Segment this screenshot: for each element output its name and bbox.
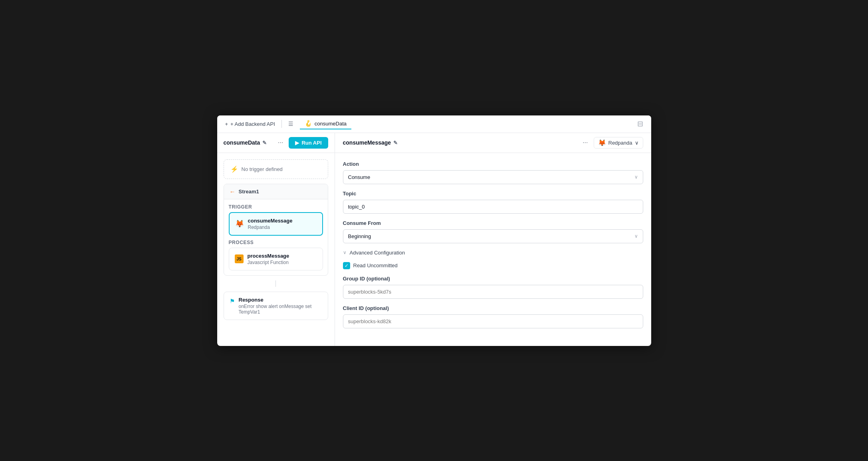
- stream-title: Stream1: [239, 189, 259, 195]
- stream-section: ← Stream1 Trigger 🦊 consumeMessage: [224, 184, 328, 276]
- consume-from-value: Beginning: [348, 233, 371, 239]
- consume-message-node[interactable]: 🦊 consumeMessage Redpanda: [229, 212, 323, 236]
- process-section: Process JS processMessage Javascript Fun…: [229, 240, 323, 270]
- redpanda-icon: 🦊: [235, 219, 244, 228]
- left-panel-body: ⚡ No trigger defined ← Stream1 Trigger: [217, 153, 335, 346]
- window-minimize-button[interactable]: ⊟: [634, 118, 646, 130]
- read-uncommitted-label: Read Uncommitted: [353, 262, 398, 268]
- consume-message-title: consumeMessage: [248, 218, 293, 224]
- client-id-input[interactable]: [343, 314, 643, 328]
- consume-message-node-inner: consumeMessage Redpanda: [248, 218, 293, 230]
- trigger-section-label: Trigger: [229, 204, 323, 210]
- trigger-section: Trigger 🦊 consumeMessage Redpanda: [229, 204, 323, 236]
- consume-from-select[interactable]: Beginning ∨: [343, 229, 643, 243]
- client-id-label: Client ID (optional): [343, 305, 643, 311]
- no-trigger-box: ⚡ No trigger defined: [224, 159, 328, 179]
- stream-body: Trigger 🦊 consumeMessage Redpanda: [224, 199, 328, 275]
- left-panel-dots-menu[interactable]: ···: [276, 138, 285, 147]
- left-panel-edit-icon[interactable]: ✎: [262, 140, 267, 146]
- topic-label: Topic: [343, 191, 643, 197]
- left-panel-header: consumeData ✎ ··· ▶ Run API: [217, 133, 335, 153]
- right-panel-title-group: consumeMessage ✎: [343, 139, 398, 146]
- stream-header: ← Stream1: [224, 184, 328, 199]
- left-panel: consumeData ✎ ··· ▶ Run API ⚡ No trigger…: [217, 133, 335, 346]
- tab-rocket-icon: 🪝: [305, 120, 312, 127]
- action-label: Action: [343, 161, 643, 167]
- response-inner: Response onError show alert onMessage se…: [239, 297, 322, 315]
- run-api-label: Run API: [301, 140, 321, 146]
- js-icon: JS: [235, 254, 244, 263]
- checkbox-check-icon: ✓: [345, 263, 349, 268]
- process-section-label: Process: [229, 240, 323, 245]
- action-value: Consume: [348, 174, 371, 180]
- right-panel-title-text: consumeMessage: [343, 139, 391, 146]
- right-panel-body: Action Consume ∨ Topic Consume From Begi…: [335, 153, 651, 346]
- group-id-label: Group ID (optional): [343, 276, 643, 282]
- add-backend-api-label: + Add Backend API: [230, 121, 275, 127]
- response-subtitle: onError show alert onMessage set TempVar…: [239, 304, 322, 315]
- action-field-group: Action Consume ∨: [343, 161, 643, 184]
- integration-name: Redpanda: [608, 140, 632, 146]
- no-trigger-label: No trigger defined: [242, 166, 283, 172]
- process-message-title: processMessage: [248, 253, 289, 259]
- hamburger-icon: ☰: [288, 121, 293, 127]
- stream-arrow-icon: ←: [230, 188, 236, 195]
- advanced-config-chevron-icon: ∨: [343, 250, 347, 255]
- topic-field-group: Topic: [343, 191, 643, 214]
- advanced-config-toggle[interactable]: ∨ Advanced Configuration: [343, 250, 643, 256]
- group-id-field-group: Group ID (optional): [343, 276, 643, 299]
- left-panel-title-text: consumeData: [224, 139, 260, 146]
- action-select[interactable]: Consume ∨: [343, 170, 643, 184]
- consume-from-chevron-icon: ∨: [634, 233, 638, 239]
- flag-icon: ⚑: [230, 298, 235, 305]
- add-backend-api-button[interactable]: + + Add Backend API: [222, 119, 278, 129]
- advanced-config-label: Advanced Configuration: [350, 250, 405, 256]
- window-ctrl-icon: ⊟: [637, 120, 643, 128]
- consume-message-subtitle: Redpanda: [248, 225, 293, 230]
- hamburger-menu[interactable]: ☰: [285, 119, 297, 129]
- main-content: consumeData ✎ ··· ▶ Run API ⚡ No trigger…: [217, 133, 651, 346]
- topic-input[interactable]: [343, 200, 643, 214]
- bolt-icon: ⚡: [230, 165, 238, 173]
- run-play-icon: ▶: [295, 140, 299, 146]
- tab-label: consumeData: [315, 121, 347, 127]
- run-api-button[interactable]: ▶ Run API: [289, 137, 328, 149]
- right-panel-header: consumeMessage ✎ ··· 🦊 Redpanda ∨: [335, 133, 651, 153]
- left-panel-title-group: consumeData ✎: [224, 139, 267, 146]
- client-id-field-group: Client ID (optional): [343, 305, 643, 328]
- title-bar: + + Add Backend API ☰ 🪝 consumeData ⊟: [217, 115, 651, 133]
- consume-from-label: Consume From: [343, 220, 643, 226]
- connector-line: [275, 280, 276, 287]
- consume-from-field-group: Consume From Beginning ∨: [343, 220, 643, 243]
- app-window: + + Add Backend API ☰ 🪝 consumeData ⊟ co…: [217, 115, 651, 346]
- read-uncommitted-row: ✓ Read Uncommitted: [343, 262, 643, 269]
- plus-icon: +: [225, 121, 228, 127]
- integration-selector[interactable]: 🦊 Redpanda ∨: [594, 137, 643, 149]
- integration-redpanda-icon: 🦊: [598, 139, 606, 147]
- process-message-subtitle: Javascript Function: [248, 260, 289, 265]
- group-id-input[interactable]: [343, 285, 643, 299]
- read-uncommitted-checkbox[interactable]: ✓: [343, 262, 350, 269]
- right-panel-dots-menu[interactable]: ···: [581, 138, 589, 147]
- title-bar-separator: [281, 120, 282, 128]
- action-chevron-icon: ∨: [634, 174, 638, 180]
- right-panel: consumeMessage ✎ ··· 🦊 Redpanda ∨ Action: [335, 133, 651, 346]
- integration-chevron-icon: ∨: [635, 140, 639, 146]
- response-title: Response: [239, 297, 322, 303]
- response-box: ⚑ Response onError show alert onMessage …: [224, 292, 328, 320]
- active-tab[interactable]: 🪝 consumeData: [300, 118, 351, 129]
- right-panel-edit-icon[interactable]: ✎: [393, 140, 398, 146]
- process-message-node-inner: processMessage Javascript Function: [248, 253, 289, 265]
- process-message-node[interactable]: JS processMessage Javascript Function: [229, 248, 323, 270]
